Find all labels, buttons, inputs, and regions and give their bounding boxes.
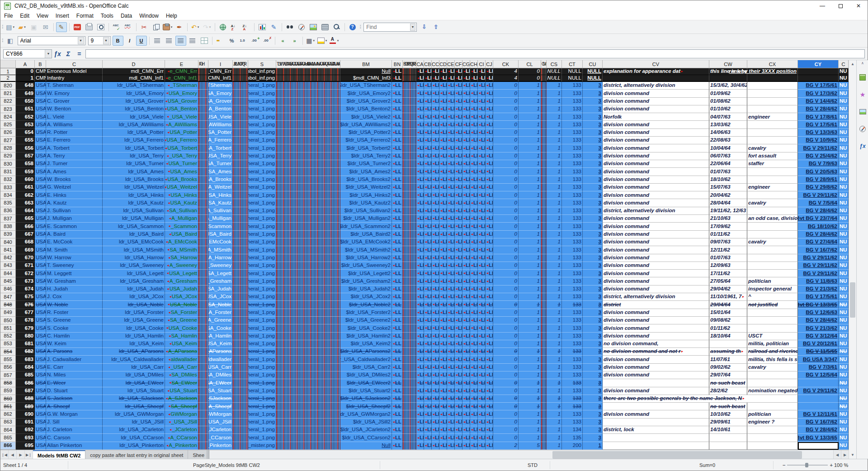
cell[interactable] [233, 301, 248, 309]
cell[interactable]: ◂LL [392, 301, 403, 309]
cell[interactable]: ◂LL [447, 231, 455, 238]
column-header-JKLMNOPQR[interactable]: JKLMNOPQR [233, 60, 248, 68]
cell[interactable]: A. Baird [46, 231, 103, 238]
cell[interactable]: BG V 29/11/62 [798, 254, 839, 262]
cell[interactable]: 1 [547, 277, 562, 285]
cell[interactable]: ◂LL [424, 356, 432, 363]
cell[interactable]: 671 [16, 262, 35, 270]
cell[interactable]: A. Williams [46, 121, 103, 128]
cell[interactable]: ◂LL [392, 231, 403, 238]
cell[interactable]: division command [603, 410, 709, 418]
cell[interactable] [198, 184, 208, 191]
cell[interactable]: 5 [519, 442, 541, 450]
cell[interactable]: not justified [747, 301, 798, 309]
cell[interactable]: 0 [493, 309, 519, 317]
cell[interactable] [747, 231, 798, 238]
scroll-left-button[interactable]: ◀ [833, 450, 841, 460]
cell[interactable]: NU [839, 129, 849, 137]
sum-indicator[interactable]: Sum=0 [697, 461, 774, 469]
cell[interactable]: ◂SA_Forster [165, 309, 198, 317]
cell[interactable]: ◂LL [486, 434, 493, 442]
cell[interactable]: ◂LL [392, 113, 403, 121]
cell[interactable]: BG V 28/9/61 [798, 176, 839, 184]
cell[interactable]: 1 [519, 223, 541, 230]
cell[interactable]: ◂LL [416, 137, 424, 144]
cell[interactable]: ldr_USA_JSill [103, 419, 165, 426]
cell[interactable]: ◂LL [424, 426, 432, 434]
font-color-icon[interactable]: ▾ [329, 36, 340, 46]
cell[interactable]: division command [603, 277, 709, 285]
cell[interactable] [403, 434, 416, 442]
cell[interactable]: 3 [583, 231, 603, 238]
row-header[interactable]: 847 [0, 293, 16, 301]
cell[interactable]: ◂LL [424, 246, 432, 254]
cell[interactable]: ◂nbol_inf.png [248, 75, 276, 82]
cell[interactable]: ◂LL [478, 364, 486, 371]
cell[interactable]: 133 [562, 90, 583, 97]
cell[interactable]: ◂LL [470, 270, 478, 277]
cell[interactable]: ◂LL [392, 317, 403, 324]
cell[interactable]: ◂SA_Shoepf [208, 403, 233, 410]
cell[interactable]: ◂neral_1.png [248, 137, 276, 144]
cell[interactable]: ◂LL [462, 301, 470, 309]
cell[interactable] [276, 90, 340, 97]
cell[interactable]: ◂LL [462, 348, 470, 356]
cell[interactable] [276, 105, 340, 113]
cell[interactable] [276, 191, 340, 199]
number-percent-icon[interactable]: % [226, 36, 237, 46]
cell[interactable]: ◂_USA_Viele [208, 113, 233, 121]
cell[interactable]: 01/08/62 [709, 98, 747, 105]
cell[interactable]: ◂LL [478, 105, 486, 113]
cell[interactable]: 1 [519, 238, 541, 246]
cell[interactable]: ◂LL [432, 317, 439, 324]
align-center-icon[interactable] [164, 36, 175, 46]
cell[interactable]: division command [603, 176, 709, 184]
cell[interactable]: ◂LL [455, 434, 462, 442]
cell[interactable]: USA [35, 309, 46, 317]
cell[interactable]: ldr_USA_Legett [103, 270, 165, 277]
cell[interactable]: ◂LL [424, 160, 432, 168]
cell[interactable] [541, 82, 547, 90]
insert-chart-icon[interactable] [257, 22, 268, 32]
cell[interactable]: 20/04/62 [709, 191, 747, 199]
cell[interactable]: ◂LL [447, 215, 455, 223]
cell[interactable]: ◂LL [392, 426, 403, 434]
cell[interactable]: 652 [16, 113, 35, 121]
cell[interactable] [276, 113, 340, 121]
cell[interactable]: ◂A_Mulligan [165, 215, 198, 223]
cell[interactable]: ◂LL [424, 176, 432, 184]
cell[interactable]: USA [35, 199, 46, 207]
cell[interactable]: ldr_USA_Baird [103, 231, 165, 238]
cell[interactable]: ◂LL [416, 254, 424, 262]
cell[interactable] [403, 121, 416, 128]
cell[interactable]: ◂neral_1.png [248, 90, 276, 97]
cell[interactable] [198, 356, 208, 363]
column-header-CG[interactable]: CG [462, 60, 470, 68]
cell[interactable]: NU [839, 371, 849, 379]
cell[interactable]: ◂USA_Ferrero [165, 137, 198, 144]
cell[interactable]: ◂LL [424, 184, 432, 191]
cell[interactable]: USA [35, 137, 46, 144]
cell[interactable]: ◂LL [439, 238, 447, 246]
cell[interactable]: ◂LL [392, 160, 403, 168]
cell[interactable] [403, 426, 416, 434]
cell[interactable]: ◂LL [447, 168, 455, 176]
cell[interactable]: ◂LL [447, 152, 455, 160]
cell[interactable]: $ldr_USA_Ferrero2 [340, 137, 392, 144]
cell[interactable]: ◂LL [439, 105, 447, 113]
cell[interactable] [403, 160, 416, 168]
cell[interactable]: ◂_JCarleton [208, 426, 233, 434]
cell[interactable] [747, 270, 798, 277]
cell[interactable] [276, 379, 340, 387]
cell[interactable]: ◂LL [439, 113, 447, 121]
show-draw-functions-icon[interactable]: ✎ [269, 22, 279, 32]
cell[interactable] [233, 68, 248, 75]
cell[interactable]: ◂LL [462, 309, 470, 317]
cell[interactable]: ◂LL [432, 184, 439, 191]
cell[interactable]: ◂LL [455, 160, 462, 168]
cell[interactable]: 1 [547, 371, 562, 379]
cell[interactable]: ldr_USA_Benton [103, 105, 165, 113]
cell[interactable] [747, 371, 798, 379]
cell[interactable]: ◂neral_1.png [248, 98, 276, 105]
row-header[interactable]: 850 [0, 317, 16, 324]
